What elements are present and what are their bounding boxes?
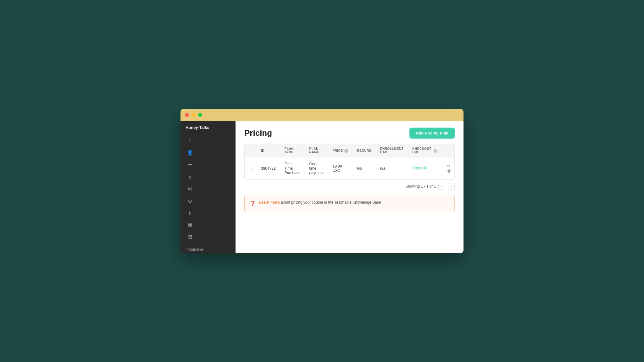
th-drag [245, 144, 257, 157]
th-price: Price ? [328, 144, 353, 157]
dollar-icon: $ [186, 174, 194, 180]
row-plan-type: One-Time Purchase [280, 157, 305, 180]
th-checkout-url: Checkout URL ? [408, 144, 441, 157]
row-price: 19.99USD [328, 157, 353, 180]
pagination-prev[interactable]: ‹ [438, 183, 445, 190]
email-icon: ✉ [186, 186, 194, 192]
sidebar: Honey Talks PollinatorProtection ⌇ 👤 ▭ $ [180, 121, 236, 253]
settings-icon: ⚙ [186, 198, 194, 204]
maximize-button[interactable] [198, 113, 202, 117]
sidebar-brand: Honey Talks [180, 121, 236, 134]
analytics-icon: ⌇ [186, 137, 194, 143]
th-recurs: Recurs [353, 144, 376, 157]
edit-icon[interactable]: ✏ [446, 163, 452, 168]
pagination-showing: Showing 1 - 1 of 1 [405, 184, 436, 189]
table-row: ⠿ 3904732 One-Time Purchase One-time pay… [245, 157, 455, 180]
library-icon: ||| [186, 211, 194, 215]
pagination-next[interactable]: › [448, 183, 455, 190]
sidebar-item-settings[interactable]: ⚙ [180, 195, 236, 207]
price-info-icon[interactable]: ? [344, 149, 348, 153]
table-body: ⠿ 3904732 One-Time Purchase One-time pay… [245, 157, 455, 180]
sidebar-nav: Information Pages Curriculum Design Temp… [180, 243, 236, 253]
row-plan-name: One-time payment [305, 157, 328, 180]
info-text: Learn more about pricing your course in … [259, 200, 381, 205]
delete-icon[interactable]: 🗑 [446, 168, 452, 173]
users-icon: 👤 [186, 150, 194, 156]
monitor-icon: ▭ [186, 162, 194, 168]
row-enrollment-cap: n/a [376, 157, 408, 180]
sidebar-item-users[interactable]: 👤 [180, 146, 236, 159]
window-body: Honey Talks PollinatorProtection ⌇ 👤 ▭ $ [180, 121, 464, 253]
row-actions: ✏ 🗑 [441, 157, 455, 180]
row-recurs: No [353, 157, 376, 180]
drag-handle-icon[interactable]: ⠿ [249, 166, 252, 171]
info-box: ❓ Learn more about pricing your course i… [244, 195, 455, 212]
main-window: Honey Talks PollinatorProtection ⌇ 👤 ▭ $ [180, 109, 464, 253]
table-header: ID Plan Type Plan Name Price ? Recurs En… [245, 144, 455, 157]
calendar-icon: ▦ [186, 222, 194, 228]
sidebar-item-library[interactable]: ||| [180, 207, 236, 218]
sidebar-item-monitor[interactable]: ▭ [180, 159, 236, 171]
learn-more-link[interactable]: Learn more [259, 200, 280, 205]
row-id: 3904732 [257, 157, 280, 180]
sidebar-item-dollar[interactable]: $ [180, 171, 236, 183]
row-checkout-url[interactable]: Copy URL [408, 157, 441, 180]
pagination: Showing 1 - 1 of 1 ‹ › [236, 180, 464, 193]
grid-icon: ⊞ [186, 234, 194, 240]
info-circle-icon: ❓ [250, 200, 256, 207]
sidebar-item-analytics[interactable]: ⌇ [180, 134, 236, 146]
th-id: ID [257, 144, 280, 157]
checkout-url-info-icon[interactable]: ? [434, 149, 437, 153]
sidebar-item-calendar[interactable]: ▦ [180, 218, 236, 231]
th-plan-name: Plan Name [305, 144, 328, 157]
th-enrollment-cap: EnrollmentCap [376, 144, 408, 157]
th-plan-type: Plan Type [280, 144, 305, 157]
main-content: Pricing Add Pricing Plan ID Plan Type Pl… [236, 121, 464, 253]
main-header: Pricing Add Pricing Plan [236, 121, 464, 144]
page-title: Pricing [244, 128, 272, 138]
sidebar-icons: ⌇ 👤 ▭ $ ✉ ⚙ ||| [180, 134, 236, 243]
sidebar-item-grid[interactable]: ⊞ [180, 231, 236, 243]
close-button[interactable] [185, 113, 189, 117]
sidebar-item-email[interactable]: ✉ [180, 183, 236, 195]
row-drag-handle[interactable]: ⠿ [245, 157, 257, 180]
titlebar [180, 109, 464, 121]
add-pricing-plan-button[interactable]: Add Pricing Plan [409, 128, 455, 139]
copy-url-link[interactable]: Copy URL [412, 166, 430, 170]
pricing-table-container: ID Plan Type Plan Name Price ? Recurs En… [244, 144, 455, 180]
pricing-table: ID Plan Type Plan Name Price ? Recurs En… [245, 144, 455, 179]
sidebar-item-information[interactable]: Information [180, 245, 236, 253]
minimize-button[interactable] [192, 113, 196, 117]
th-actions [441, 144, 455, 157]
